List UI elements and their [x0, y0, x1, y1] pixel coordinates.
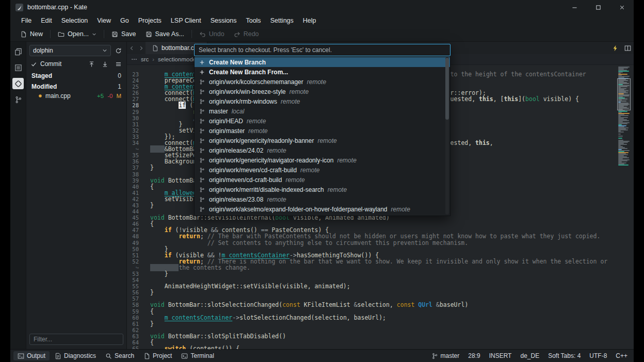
status-soft-tabs-4[interactable]: Soft Tabs: 4: [548, 352, 581, 359]
branch-item[interactable]: origin/work/merritt/disable-indexed-sear…: [195, 185, 450, 194]
line-number: 31: [127, 121, 139, 127]
back-icon[interactable]: [127, 42, 136, 54]
git-menu-icon[interactable]: [113, 59, 123, 69]
line-number: 39: [127, 177, 139, 184]
line-number: 25: [127, 84, 139, 90]
status-c[interactable]: C++: [616, 352, 627, 359]
menu-projects[interactable]: Projects: [134, 15, 166, 26]
minimize-button[interactable]: [562, 0, 586, 14]
line-number: 45: [127, 215, 139, 221]
menu-file[interactable]: File: [17, 15, 36, 26]
menu-tools[interactable]: Tools: [241, 15, 265, 26]
git-branch-icon: [199, 128, 205, 134]
status-28-9[interactable]: 28:9: [468, 352, 480, 359]
status-insert[interactable]: INSERT: [489, 352, 512, 359]
menu-view[interactable]: View: [92, 15, 116, 26]
menu-sessions[interactable]: Sessions: [206, 15, 242, 26]
modified-file-row[interactable]: main.cpp +5 -0 M: [29, 91, 123, 101]
statusbar-info: master28:9INSERTde_DESoft Tabs: 4UTF-8C+…: [431, 352, 627, 359]
minimap-viewport[interactable]: [617, 78, 631, 110]
scrollbar-thumb[interactable]: [445, 58, 449, 120]
branch-item[interactable]: origin/release/24.02remote: [195, 145, 450, 155]
project-selector[interactable]: dolphin: [29, 45, 111, 56]
undo-button[interactable]: Undo: [195, 29, 229, 39]
diagnostics-icon: [55, 353, 61, 359]
modified-section[interactable]: Modified 1: [29, 81, 123, 91]
quick-actions-icon[interactable]: [609, 42, 621, 54]
branch-scope: remote: [267, 196, 286, 203]
forward-icon[interactable]: [136, 42, 146, 54]
branch-scope: remote: [248, 127, 267, 135]
toolview-documents[interactable]: [12, 46, 24, 57]
maximize-button[interactable]: [586, 0, 610, 14]
branch-item[interactable]: origin/masterremote: [195, 126, 450, 136]
menu-edit[interactable]: Edit: [36, 15, 57, 26]
branch-item[interactable]: masterlocal: [195, 106, 450, 116]
redo-button[interactable]: Redo: [229, 29, 264, 39]
push-icon[interactable]: [86, 59, 96, 69]
branch-item[interactable]: origin/meven/cd-craft-buildremote: [195, 175, 450, 185]
branch-item[interactable]: origin/release/23.08remote: [195, 194, 450, 204]
git-branch-icon: [199, 147, 205, 154]
branch-scope: remote: [285, 176, 304, 184]
new-button[interactable]: New: [15, 29, 47, 39]
commit-button[interactable]: Commit: [40, 60, 61, 68]
menu-lsp-client[interactable]: LSP Client: [166, 15, 206, 26]
wrap-marker-icon: ↪: [127, 265, 139, 271]
status-utf-8[interactable]: UTF-8: [589, 352, 607, 359]
save-as-button[interactable]: Save As...: [141, 29, 189, 39]
branch-item[interactable]: origin/work/kcolorschememanagerremote: [195, 77, 450, 87]
toolview-git[interactable]: [12, 78, 24, 89]
menu-selection[interactable]: Selection: [57, 15, 92, 26]
toolbar-label: Save: [121, 30, 136, 38]
branch-item[interactable]: origin/work/akselmo/expand-folder-on-hov…: [195, 204, 450, 214]
branch-item[interactable]: origin/work/rmb-windowsremote: [195, 96, 450, 106]
save-button[interactable]: Save: [107, 29, 141, 39]
status-de-de[interactable]: de_DE: [520, 352, 539, 359]
statusbar-search[interactable]: Search: [101, 351, 138, 360]
toolbar-label: Redo: [244, 30, 259, 38]
modified-label: Modified: [31, 83, 57, 90]
branch-name: origin/master: [209, 127, 245, 135]
toolview-filesystem[interactable]: [12, 62, 24, 73]
branch-item[interactable]: origin/work/meven/cd-craft-buildremote: [195, 165, 450, 175]
branch-item[interactable]: origin/HEADremote: [195, 116, 450, 126]
statusbar-terminal[interactable]: Terminal: [177, 351, 218, 360]
refresh-icon[interactable]: [113, 45, 123, 56]
close-button[interactable]: [610, 0, 634, 14]
line-number: 35: [127, 152, 139, 158]
staged-section[interactable]: Staged 0: [29, 71, 123, 80]
split-view-icon[interactable]: [621, 42, 634, 54]
branch-item[interactable]: origin/work/win-breeze-styleremote: [195, 87, 450, 96]
branch-filter-input[interactable]: Select branch to checkout. Press 'Esc' t…: [194, 44, 450, 56]
breadcrumb-item-src[interactable]: src: [141, 56, 149, 62]
branch-item[interactable]: origin/work/genericity/readonly-bannerre…: [195, 136, 450, 145]
menu-help[interactable]: Help: [298, 15, 321, 26]
ellipsis-icon[interactable]: [131, 56, 137, 62]
toolview-branches[interactable]: [12, 94, 24, 105]
menu-go[interactable]: Go: [116, 15, 134, 26]
status-master[interactable]: master: [431, 352, 460, 359]
branch-name: origin/work/genericity/readonly-banner: [209, 137, 314, 144]
statusbar-output[interactable]: Output: [13, 351, 50, 360]
menu-settings[interactable]: Settings: [266, 15, 298, 26]
minimap[interactable]: [617, 65, 631, 349]
status-bar: OutputDiagnosticsSearchProjectTerminal m…: [10, 349, 634, 362]
statusbar-project[interactable]: Project: [139, 351, 176, 360]
git-branch-icon: [199, 79, 205, 85]
branch-name: origin/work/akselmo/expand-folder-on-hov…: [209, 206, 388, 213]
branch-name: origin/work/win-breeze-style: [209, 88, 286, 95]
branch-item[interactable]: origin/work/genericity/navigator-readonl…: [195, 155, 450, 165]
pull-icon[interactable]: [100, 59, 110, 69]
line-number: 58: [127, 302, 139, 308]
filter-input[interactable]: [29, 334, 123, 345]
statusbar-diagnostics[interactable]: Diagnostics: [51, 351, 100, 360]
breadcrumb-item-selectionmode[interactable]: selectionmode: [158, 56, 196, 62]
create-new-branch-item[interactable]: Create New Branch: [195, 57, 450, 67]
create-new-branch-from-item[interactable]: Create New Branch From...: [195, 67, 450, 77]
file-status: M: [116, 93, 121, 99]
open-button[interactable]: Open...: [53, 29, 101, 39]
line-number: 47: [127, 227, 139, 233]
line-number: 49: [127, 240, 139, 246]
branch-item[interactable]: [195, 214, 450, 216]
